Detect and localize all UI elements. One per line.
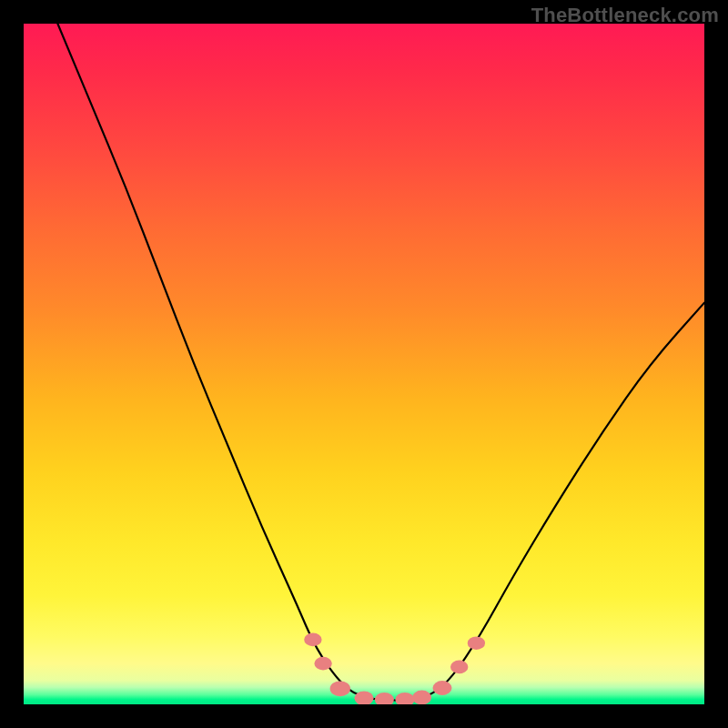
plot-area xyxy=(24,24,704,704)
bead-right-mid xyxy=(450,661,468,674)
outer-frame: TheBottleneck.com xyxy=(0,0,728,728)
bead-left-lower xyxy=(330,681,350,696)
bead-left-upper xyxy=(304,633,321,647)
bead-bottom-b xyxy=(375,693,394,704)
bead-right-upper xyxy=(468,636,485,650)
bead-bottom-d xyxy=(412,691,431,704)
chart-overlay xyxy=(24,24,704,704)
bead-bottom-c xyxy=(395,693,414,704)
bead-right-lower xyxy=(433,681,452,695)
watermark-text: TheBottleneck.com xyxy=(531,4,719,27)
bead-left-mid xyxy=(314,657,331,671)
bottleneck-curve xyxy=(57,24,704,701)
